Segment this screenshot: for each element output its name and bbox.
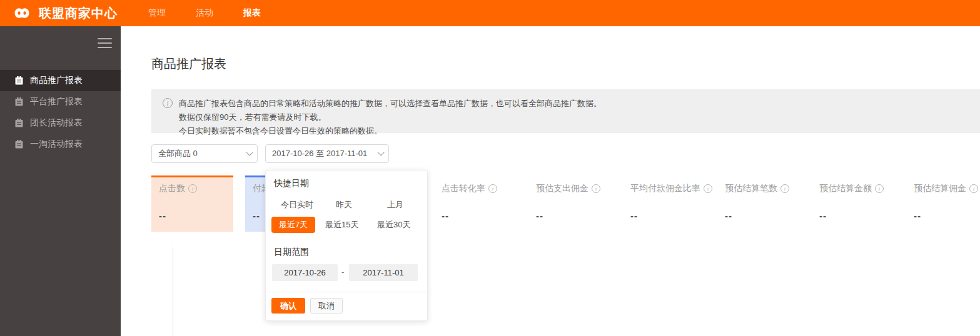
sidebar: 商品推广报表 平台推广报表 — [0, 26, 121, 336]
info-icon[interactable]: i — [780, 184, 789, 193]
quick-option-last-15-days[interactable]: 最近15天 — [325, 217, 358, 233]
info-icon[interactable]: i — [188, 184, 197, 193]
metric-card-clicks[interactable]: 点击数i -- — [151, 175, 233, 232]
metric-card-est-settlement-commission[interactable]: 预估结算佣金i -- — [906, 175, 980, 232]
product-select-value: 全部商品 0 — [158, 148, 198, 159]
notice-line: 商品推广报表包含商品的日常策略和活动策略的推广数据，可以选择查看单品推广数据，也… — [179, 97, 602, 111]
notice-text: 商品推广报表包含商品的日常策略和活动策略的推广数据，可以选择查看单品推广数据，也… — [179, 97, 602, 133]
date-range-title: 日期范围 — [274, 247, 309, 258]
logo-title: 联盟商家中心 — [39, 5, 118, 22]
metric-label: 预估结算佣金 — [914, 183, 966, 194]
metric-card-est-settlement-amount[interactable]: 预估结算金额i -- — [812, 175, 894, 232]
nav-activity[interactable]: 活动 — [196, 7, 213, 19]
quick-option-last-30-days[interactable]: 最近30天 — [377, 217, 410, 233]
info-icon[interactable]: i — [592, 184, 600, 193]
date-picker-panel: 快捷日期 今日实时 昨天 上月 最近7天 最近15天 最近30天 日期范围 20… — [265, 170, 428, 321]
cancel-button[interactable]: 取消 — [310, 298, 343, 314]
report-icon — [15, 140, 23, 149]
notice-line: 今日实时数据暂不包含今日设置今日生效的策略的数据。 — [179, 124, 602, 138]
sidebar-item-label: 团长活动报表 — [30, 117, 83, 129]
metric-value: -- — [725, 210, 799, 221]
panel-divider — [266, 292, 427, 292]
sidebar-item-label: 一淘活动报表 — [30, 139, 83, 150]
metric-label: 预估结算金额 — [819, 183, 872, 194]
metric-label: 点击数 — [159, 183, 185, 194]
info-icon[interactable]: i — [875, 184, 884, 193]
top-navigation: 管理 活动 报表 — [148, 0, 261, 26]
info-icon[interactable]: i — [704, 184, 712, 193]
sidebar-item-label: 平台推广报表 — [30, 96, 83, 107]
date-range-separator: - — [341, 267, 344, 277]
metric-label: 预估结算笔数 — [725, 183, 777, 194]
end-date-input[interactable]: 2017-11-01 — [349, 264, 418, 281]
chevron-down-icon — [377, 149, 384, 156]
notice-line: 数据仅保留90天，若有需要请及时下载。 — [179, 111, 602, 124]
alimama-infinity-icon — [10, 5, 39, 21]
metric-card-avg-commission-rate[interactable]: 平均付款佣金比率i -- — [623, 175, 705, 232]
report-icon — [15, 76, 23, 85]
metric-value: -- — [536, 210, 610, 221]
metric-card-est-commission-paid[interactable]: 预估支出佣金i -- — [528, 175, 610, 232]
report-icon — [15, 97, 23, 106]
info-icon[interactable]: i — [488, 184, 497, 193]
metric-value: -- — [914, 210, 980, 221]
product-select[interactable]: 全部商品 0 — [151, 144, 258, 163]
sidebar-item-etao-activity-report[interactable]: 一淘活动报表 — [0, 134, 121, 155]
logo[interactable]: 联盟商家中心 — [10, 5, 118, 22]
sidebar-collapse-icon[interactable] — [98, 38, 112, 51]
quick-date-title: 快捷日期 — [274, 178, 309, 189]
quick-option-last-7-days[interactable]: 最近7天 — [271, 217, 315, 233]
metric-label: 预估支出佣金 — [536, 183, 589, 194]
sidebar-menu: 商品推广报表 平台推广报表 — [0, 70, 121, 155]
info-icon: i — [163, 98, 173, 108]
start-date-input[interactable]: 2017-10-26 — [272, 264, 338, 281]
quick-option-last-month[interactable]: 上月 — [387, 199, 403, 210]
chevron-down-icon — [246, 149, 253, 156]
page-title: 商品推广报表 — [151, 56, 226, 72]
metric-card-click-conversion[interactable]: 点击转化率i -- — [434, 175, 516, 232]
date-select-value: 2017-10-26 至 2017-11-01 — [272, 148, 367, 159]
sidebar-item-platform-report[interactable]: 平台推广报表 — [0, 91, 121, 112]
info-icon[interactable]: i — [969, 184, 978, 193]
notice-banner: i 商品推广报表包含商品的日常策略和活动策略的推广数据，可以选择查看单品推广数据… — [151, 89, 980, 133]
metric-value: -- — [442, 210, 516, 221]
report-icon — [15, 119, 23, 127]
sidebar-item-label: 商品推广报表 — [30, 75, 83, 86]
metric-label: 平均付款佣金比率 — [630, 183, 700, 194]
date-range-select[interactable]: 2017-10-26 至 2017-11-01 — [265, 144, 389, 163]
nav-manage[interactable]: 管理 — [148, 7, 166, 19]
chart-y-axis-line — [173, 247, 173, 336]
confirm-button[interactable]: 确认 — [271, 298, 305, 314]
metric-value: -- — [819, 210, 894, 221]
metric-value: -- — [159, 210, 233, 221]
sidebar-item-product-report[interactable]: 商品推广报表 — [0, 70, 121, 91]
nav-reports[interactable]: 报表 — [243, 7, 261, 19]
main-content: 商品推广报表 i 商品推广报表包含商品的日常策略和活动策略的推广数据，可以选择查… — [121, 26, 980, 336]
quick-option-today-realtime[interactable]: 今日实时 — [281, 199, 313, 210]
metric-label: 点击转化率 — [442, 183, 485, 194]
sidebar-item-leader-activity-report[interactable]: 团长活动报表 — [0, 112, 121, 134]
metric-value: -- — [630, 210, 705, 221]
metric-card-est-settlement-count[interactable]: 预估结算笔数i -- — [717, 175, 799, 232]
app-header: 联盟商家中心 管理 活动 报表 — [0, 0, 980, 26]
quick-option-yesterday[interactable]: 昨天 — [336, 199, 352, 210]
